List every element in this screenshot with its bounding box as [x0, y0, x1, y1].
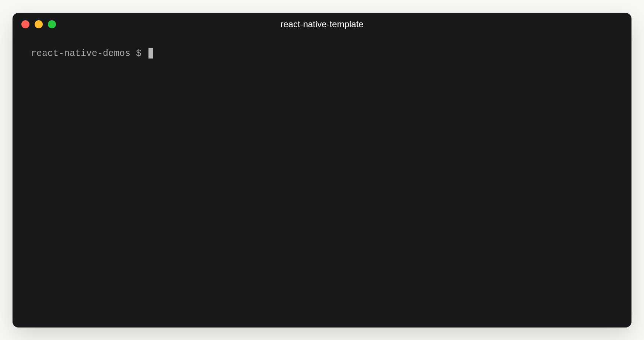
window-title: react-native-template	[280, 19, 363, 29]
minimize-button[interactable]	[35, 20, 43, 28]
traffic-lights	[21, 20, 56, 28]
prompt-directory: react-native-demos	[31, 47, 130, 61]
terminal-body[interactable]: react-native-demos $	[13, 36, 631, 327]
prompt-symbol: $	[130, 47, 147, 61]
prompt-line: react-native-demos $	[31, 47, 613, 61]
title-bar: react-native-template	[13, 13, 631, 36]
maximize-button[interactable]	[48, 20, 56, 28]
close-button[interactable]	[21, 20, 29, 28]
terminal-window: react-native-template react-native-demos…	[13, 13, 631, 327]
cursor-icon	[148, 48, 153, 59]
